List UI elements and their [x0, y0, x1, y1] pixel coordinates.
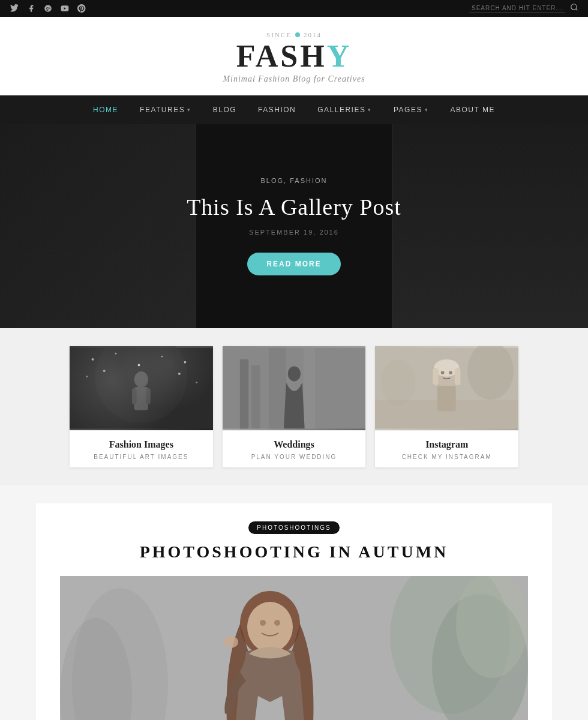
svg-point-36: [449, 371, 453, 374]
weddings-card-body: Weddings PLAN YOUR WEDDING: [223, 430, 366, 467]
nav-item-features[interactable]: FEATURES ▾: [129, 95, 202, 124]
search-area: [469, 3, 578, 14]
svg-point-6: [95, 346, 187, 423]
youtube-icon[interactable]: [60, 4, 70, 13]
nav-item-blog[interactable]: BLOG: [202, 95, 247, 124]
blog-article-image: [60, 576, 528, 720]
svg-rect-24: [251, 365, 260, 429]
search-input[interactable]: [469, 4, 565, 13]
svg-point-9: [138, 364, 140, 367]
hero-section: BLOG, FASHION This Is A Gallery Post SEP…: [0, 124, 588, 328]
fashion-card-image: [70, 346, 213, 430]
grayscale-overlay: [60, 576, 528, 720]
instagram-card-title: Instagram: [382, 439, 511, 450]
hero-title: This Is A Gallery Post: [187, 194, 401, 220]
blog-article: PHOTOSHOOTINGS PHOTOSHOOTING IN AUTUMN: [36, 503, 552, 720]
nav-item-home[interactable]: HOME: [82, 95, 129, 124]
read-more-button[interactable]: READ MORE: [247, 253, 340, 275]
weddings-card-subtitle: PLAN YOUR WEDDING: [230, 454, 359, 460]
nav-item-pages[interactable]: PAGES ▾: [383, 95, 439, 124]
gallery-card-instagram[interactable]: Instagram CHECK MY INSTAGRAM: [375, 346, 518, 467]
nav-item-fashion[interactable]: FASHION: [247, 95, 307, 124]
svg-text:g+: g+: [46, 6, 51, 11]
instagram-card-subtitle: CHECK MY INSTAGRAM: [382, 454, 511, 460]
svg-rect-23: [240, 359, 248, 428]
svg-point-15: [196, 382, 197, 383]
twitter-icon[interactable]: [10, 4, 19, 13]
instagram-card-body: Instagram CHECK MY INSTAGRAM: [375, 430, 518, 467]
top-bar: g+: [0, 0, 588, 17]
pinterest-icon[interactable]: [77, 4, 86, 13]
nav-item-galleries[interactable]: GALLERIES ▾: [307, 95, 383, 124]
svg-rect-18: [132, 388, 137, 404]
svg-point-14: [178, 373, 181, 375]
fashion-card-subtitle: BEAUTIFUL ART IMAGES: [77, 454, 206, 460]
main-nav: HOME FEATURES ▾ BLOG FASHION GALLERIES ▾…: [0, 95, 588, 124]
svg-point-13: [103, 370, 106, 372]
svg-point-10: [161, 356, 163, 358]
svg-point-28: [381, 359, 416, 406]
svg-rect-21: [269, 348, 286, 429]
instagram-image-bg: [375, 346, 518, 430]
google-plus-icon[interactable]: g+: [43, 4, 53, 13]
galleries-dropdown-icon: ▾: [368, 107, 372, 113]
blog-section: PHOTOSHOOTINGS PHOTOSHOOTING IN AUTUMN: [0, 485, 588, 720]
instagram-card-image: [375, 346, 518, 430]
svg-point-8: [115, 353, 117, 355]
weddings-image-bg: [223, 346, 366, 430]
search-icon[interactable]: [570, 3, 578, 14]
svg-point-3: [571, 4, 577, 10]
gallery-card-weddings[interactable]: Weddings PLAN YOUR WEDDING: [223, 346, 366, 467]
nav-item-about[interactable]: ABOUT ME: [439, 95, 505, 124]
svg-point-16: [134, 371, 148, 388]
blog-article-title: PHOTOSHOOTING IN AUTUMN: [60, 542, 528, 562]
svg-point-7: [92, 358, 94, 361]
weddings-card-title: Weddings: [230, 439, 359, 450]
svg-rect-19: [146, 388, 151, 404]
gallery-cards-row: Fashion Images BEAUTIFUL ART IMAGES: [0, 328, 588, 485]
hero-panel-right: [392, 124, 588, 328]
svg-line-4: [576, 9, 578, 11]
logo-since: SINCE 2014: [0, 31, 588, 38]
blog-tag: PHOTOSHOOTINGS: [248, 521, 339, 534]
logo-tagline: Minimal Fashion Blog for Creatives: [0, 74, 588, 84]
blog-article-header: PHOTOSHOOTINGS PHOTOSHOOTING IN AUTUMN: [60, 521, 528, 562]
pages-dropdown-icon: ▾: [425, 107, 429, 113]
hero-content: BLOG, FASHION This Is A Gallery Post SEP…: [187, 177, 401, 275]
svg-rect-22: [303, 348, 314, 429]
svg-point-25: [287, 366, 300, 381]
svg-rect-34: [437, 386, 456, 411]
svg-point-11: [184, 361, 187, 364]
logo-area: SINCE 2014 FASHY Minimal Fashion Blog fo…: [0, 17, 588, 95]
autumn-photo-bg: [60, 576, 528, 720]
hero-panel-left: [0, 124, 196, 328]
logo-dot: [295, 32, 300, 37]
fashion-card-body: Fashion Images BEAUTIFUL ART IMAGES: [70, 430, 213, 467]
fashion-image-bg: [70, 346, 213, 430]
gallery-card-fashion[interactable]: Fashion Images BEAUTIFUL ART IMAGES: [70, 346, 213, 467]
svg-point-12: [86, 376, 88, 377]
hero-date: SEPTEMBER 19, 2016: [187, 229, 401, 236]
weddings-card-image: [223, 346, 366, 430]
svg-rect-32: [433, 368, 439, 385]
svg-rect-5: [70, 348, 213, 429]
svg-rect-17: [134, 387, 148, 410]
social-icons-group: g+: [10, 4, 86, 13]
features-dropdown-icon: ▾: [187, 107, 191, 113]
hero-category: BLOG, FASHION: [187, 177, 401, 184]
logo-brand[interactable]: FASHY: [0, 41, 588, 72]
facebook-icon[interactable]: [26, 4, 36, 13]
svg-rect-33: [455, 368, 461, 385]
fashion-card-title: Fashion Images: [77, 439, 206, 450]
svg-point-35: [441, 371, 445, 374]
